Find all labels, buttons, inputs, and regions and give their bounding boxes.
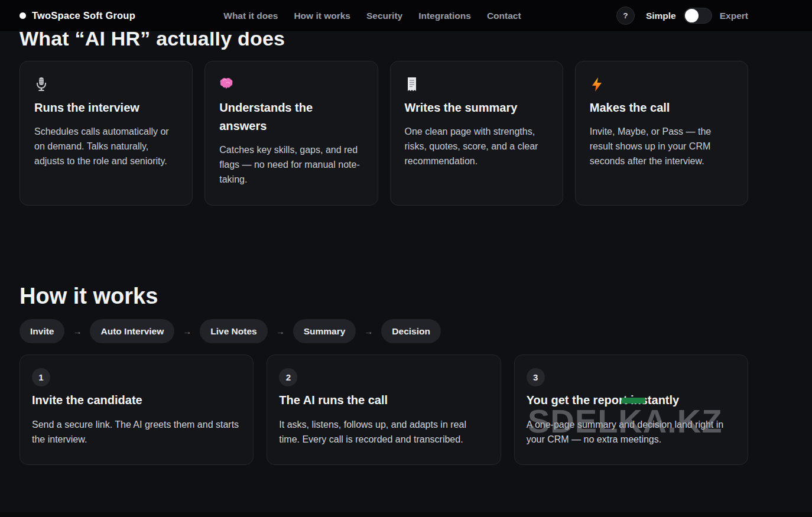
nav-inner: TwoSpace Soft Group What it does How it …	[20, 0, 748, 31]
pipeline-step-invite[interactable]: Invite	[20, 319, 64, 343]
steps-grid: 1 Invite the candidate Send a secure lin…	[20, 355, 748, 465]
pipeline-step-summary[interactable]: Summary	[293, 319, 356, 343]
step-body: A one-page summary and decision land rig…	[527, 417, 736, 447]
nav-links: What it does How it works Security Integ…	[223, 11, 521, 21]
green-highlight-bar	[622, 398, 645, 404]
step-number-badge: 3	[527, 368, 545, 386]
step-body: It asks, listens, follows up, and adapts…	[279, 417, 488, 447]
feature-card-writes-summary: Writes the summary One clean page with s…	[390, 61, 563, 206]
receipt-icon	[405, 77, 419, 92]
step-title: The AI runs the call	[279, 394, 488, 407]
arrow-right-icon: →	[276, 326, 285, 336]
step-card-2: 2 The AI runs the call It asks, listens,…	[267, 355, 501, 465]
nav-right-controls: ? Simple Expert	[616, 6, 748, 25]
microphone-icon	[34, 77, 48, 92]
feature-body: Catches key skills, gaps, and red flags …	[219, 142, 363, 187]
feature-card-understands-answers: Understands the answers Catches key skil…	[204, 61, 378, 206]
mode-label-expert[interactable]: Expert	[720, 11, 748, 21]
arrow-right-icon: →	[183, 326, 191, 336]
feature-title: Makes the call	[590, 99, 733, 117]
pipeline-step-decision[interactable]: Decision	[381, 319, 441, 343]
pipeline-step-auto-interview[interactable]: Auto Interview	[90, 319, 174, 343]
nav-link-how-it-works[interactable]: How it works	[294, 11, 350, 21]
feature-title: Understands the answers	[219, 99, 363, 135]
footer-strip	[0, 512, 812, 517]
step-number-badge: 1	[32, 368, 50, 386]
how-it-works-title: How it works	[20, 282, 748, 310]
step-title: Invite the candidate	[32, 394, 241, 407]
step-body: Send a secure link. The AI greets them a…	[32, 417, 241, 447]
feature-title: Writes the summary	[405, 99, 548, 117]
brand-logo[interactable]: TwoSpace Soft Group	[20, 10, 135, 21]
feature-title: Runs the interview	[34, 99, 178, 117]
nav-link-security[interactable]: Security	[366, 11, 402, 21]
nav-link-integrations[interactable]: Integrations	[418, 11, 471, 21]
simple-expert-toggle[interactable]	[684, 8, 712, 24]
nav-link-what-it-does[interactable]: What it does	[223, 11, 278, 21]
top-nav-bar: TwoSpace Soft Group What it does How it …	[0, 0, 812, 32]
step-number-badge: 2	[279, 368, 297, 386]
nav-link-contact[interactable]: Contact	[487, 11, 521, 21]
brand-dot-icon	[20, 12, 26, 19]
arrow-right-icon: →	[73, 326, 82, 336]
mode-label-simple[interactable]: Simple	[646, 11, 676, 21]
toggle-knob	[685, 9, 699, 22]
brain-icon	[219, 77, 233, 92]
step-card-3: 3 You get the report instantly A one-pag…	[514, 355, 748, 465]
brand-name: TwoSpace Soft Group	[32, 10, 135, 21]
feature-body: One clean page with strengths, risks, qu…	[405, 124, 548, 168]
step-card-1: 1 Invite the candidate Send a secure lin…	[20, 355, 254, 465]
feature-body: Schedules calls automatically or on dema…	[34, 124, 178, 168]
feature-body: Invite, Maybe, or Pass — the result show…	[590, 124, 733, 168]
lightning-bolt-icon	[590, 77, 604, 92]
pipeline-step-live-notes[interactable]: Live Notes	[200, 319, 267, 343]
help-button[interactable]: ?	[616, 6, 635, 25]
features-grid: Runs the interview Schedules calls autom…	[20, 61, 748, 206]
pipeline-row: Invite → Auto Interview → Live Notes → S…	[20, 319, 748, 343]
arrow-right-icon: →	[364, 326, 373, 336]
feature-card-runs-interview: Runs the interview Schedules calls autom…	[20, 61, 193, 206]
feature-card-makes-call: Makes the call Invite, Maybe, or Pass — …	[575, 61, 748, 206]
main-content: What “AI HR” actually does Runs the inte…	[20, 0, 748, 465]
